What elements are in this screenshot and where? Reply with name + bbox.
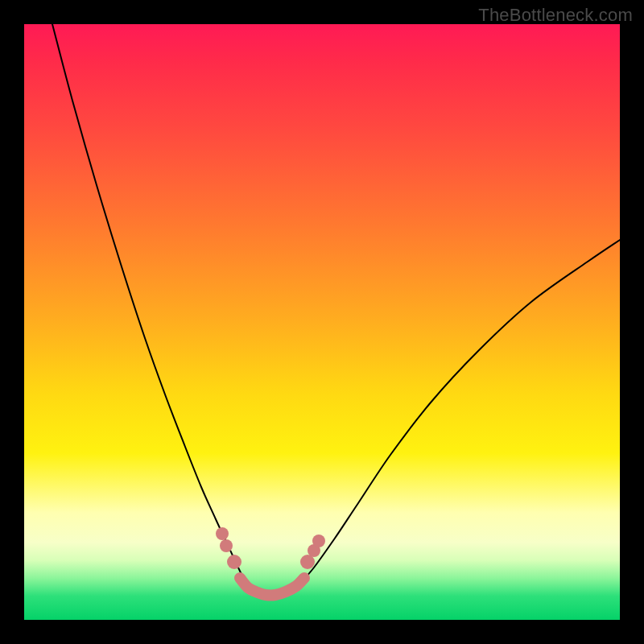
marker-dot [216,527,229,540]
marker-group [216,527,325,569]
curve-right-branch [298,240,620,586]
marker-dot [227,555,242,569]
attribution-watermark: TheBottleneck.com [478,5,633,26]
plot-area [24,24,620,620]
valley-highlight-stroke [240,578,304,595]
marker-dot [312,535,325,547]
marker-dot [220,539,233,552]
outer-frame: TheBottleneck.com [0,0,644,644]
curve-layer [24,24,620,620]
curve-left-branch [52,24,248,588]
